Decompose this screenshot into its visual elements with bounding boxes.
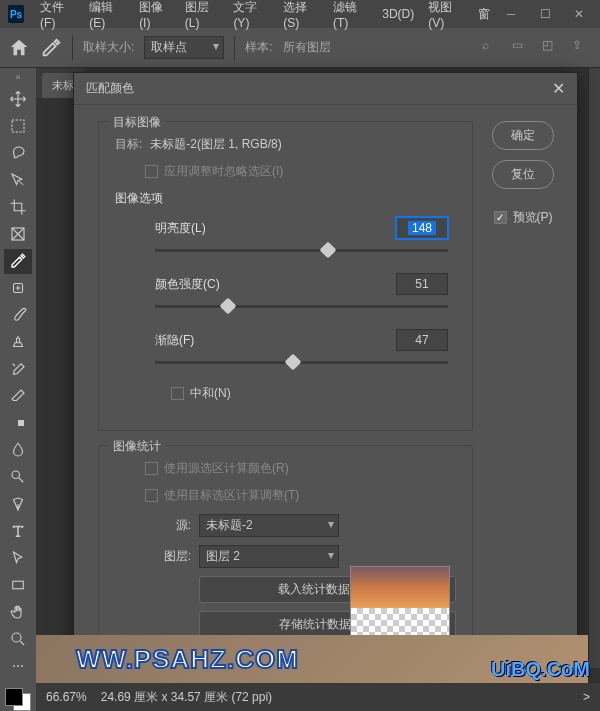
zoom-level[interactable]: 66.67% — [46, 690, 87, 704]
menu-select[interactable]: 选择(S) — [277, 0, 325, 30]
options-bar: 取样大小: 取样点 样本: 所有图层 ⌕ ▭ ◰ ⇪ — [0, 28, 600, 68]
separator — [234, 36, 235, 60]
ps-logo: Ps — [8, 5, 24, 23]
expand-tools-icon[interactable]: » — [15, 72, 20, 82]
move-tool-icon[interactable] — [4, 87, 32, 112]
window-minimize-icon[interactable]: ─ — [498, 4, 524, 24]
status-bar: 66.67% 24.69 厘米 x 34.57 厘米 (72 ppi) > — [36, 683, 600, 711]
luminance-label: 明亮度(L) — [155, 220, 206, 237]
luminance-slider[interactable] — [155, 243, 448, 259]
svg-point-7 — [12, 633, 21, 642]
workspace-icon[interactable]: ▭ — [512, 38, 532, 58]
use-source-selection-checkbox — [145, 462, 158, 475]
zoom-tool-icon[interactable] — [4, 627, 32, 652]
menu-more[interactable]: 窗 — [472, 6, 496, 23]
tools-panel: » ⋯ — [0, 68, 36, 711]
sample-label: 样本: — [245, 39, 272, 56]
uibq-watermark: UiBQ.CoM — [491, 658, 590, 681]
brush-tool-icon[interactable] — [4, 303, 32, 328]
eyedropper-tool-icon[interactable] — [40, 37, 62, 59]
use-source-selection-label: 使用源选区计算颜色(R) — [164, 460, 289, 477]
neutralize-checkbox[interactable] — [171, 387, 184, 400]
healing-brush-tool-icon[interactable] — [4, 276, 32, 301]
svg-rect-4 — [12, 420, 18, 426]
ignore-selection-label: 应用调整时忽略选区(I) — [164, 163, 283, 180]
sample-value: 所有图层 — [283, 39, 331, 56]
menu-type[interactable]: 文字(Y) — [227, 0, 275, 30]
rectangle-tool-icon[interactable] — [4, 573, 32, 598]
dialog-title: 匹配颜色 — [86, 80, 134, 97]
reset-button[interactable]: 复位 — [492, 160, 554, 189]
lasso-tool-icon[interactable] — [4, 141, 32, 166]
intensity-input[interactable]: 51 — [396, 273, 448, 295]
path-select-tool-icon[interactable] — [4, 546, 32, 571]
document-dimensions: 24.69 厘米 x 34.57 厘米 (72 ppi) — [101, 689, 272, 706]
menu-3d[interactable]: 3D(D) — [376, 7, 420, 21]
collapsed-right-panel[interactable] — [588, 68, 600, 668]
eyedropper-tool-icon[interactable] — [4, 249, 32, 274]
dodge-tool-icon[interactable] — [4, 465, 32, 490]
target-image-group: 目标图像 目标: 未标题-2(图层 1, RGB/8) 应用调整时忽略选区(I)… — [98, 121, 473, 431]
use-target-selection-label: 使用目标选区计算调整(T) — [164, 487, 299, 504]
history-brush-tool-icon[interactable] — [4, 357, 32, 382]
window-close-icon[interactable]: ✕ — [566, 4, 592, 24]
status-caret-icon[interactable]: > — [583, 690, 590, 704]
quick-select-tool-icon[interactable] — [4, 168, 32, 193]
gradient-tool-icon[interactable] — [4, 411, 32, 436]
ignore-selection-checkbox — [145, 165, 158, 178]
pen-tool-icon[interactable] — [4, 492, 32, 517]
preview-label: 预览(P) — [513, 209, 553, 226]
neutralize-label: 中和(N) — [190, 385, 231, 402]
menu-image[interactable]: 图像(I) — [133, 0, 177, 30]
match-color-dialog: 匹配颜色 ✕ 目标图像 目标: 未标题-2(图层 1, RGB/8) 应用调整时… — [73, 72, 578, 700]
menu-view[interactable]: 视图(V) — [422, 0, 470, 30]
close-icon[interactable]: ✕ — [552, 79, 565, 98]
use-target-selection-checkbox — [145, 489, 158, 502]
menu-file[interactable]: 文件(F) — [34, 0, 81, 30]
more-tools-icon[interactable]: ⋯ — [4, 654, 32, 679]
luminance-input[interactable]: 148 — [396, 217, 448, 239]
hand-tool-icon[interactable] — [4, 600, 32, 625]
fade-slider[interactable] — [155, 355, 448, 371]
share-icon[interactable]: ⇪ — [572, 38, 592, 58]
frame-tool-icon[interactable] — [4, 222, 32, 247]
intensity-slider[interactable] — [155, 299, 448, 315]
window-maximize-icon[interactable]: ☐ — [532, 4, 558, 24]
svg-point-5 — [12, 471, 20, 479]
sample-size-dropdown[interactable]: 取样点 — [144, 36, 224, 59]
type-tool-icon[interactable] — [4, 519, 32, 544]
ok-button[interactable]: 确定 — [492, 121, 554, 150]
image-options-legend: 图像选项 — [115, 190, 456, 207]
crop-tool-icon[interactable] — [4, 195, 32, 220]
target-label: 目标: — [115, 136, 142, 153]
menu-layer[interactable]: 图层(L) — [179, 0, 226, 30]
layer-dropdown[interactable]: 图层 2 — [199, 545, 339, 568]
blur-tool-icon[interactable] — [4, 438, 32, 463]
watermark-text: WW.PSAHZ.COM — [76, 644, 299, 675]
target-image-legend: 目标图像 — [109, 114, 165, 131]
target-value: 未标题-2(图层 1, RGB/8) — [150, 136, 281, 153]
menu-filter[interactable]: 滤镜(T) — [327, 0, 374, 30]
preview-checkbox[interactable] — [494, 211, 507, 224]
source-label: 源: — [151, 517, 191, 534]
svg-rect-6 — [13, 581, 24, 589]
separator — [72, 36, 73, 60]
clone-stamp-tool-icon[interactable] — [4, 330, 32, 355]
eraser-tool-icon[interactable] — [4, 384, 32, 409]
image-stats-legend: 图像统计 — [109, 438, 165, 455]
color-swatch[interactable] — [5, 688, 31, 711]
source-dropdown[interactable]: 未标题-2 — [199, 514, 339, 537]
menu-edit[interactable]: 编辑(E) — [83, 0, 131, 30]
home-icon[interactable] — [8, 37, 30, 59]
search-icon[interactable]: ⌕ — [482, 38, 502, 58]
marquee-tool-icon[interactable] — [4, 114, 32, 139]
layer-label: 图层: — [151, 548, 191, 565]
svg-rect-0 — [12, 120, 24, 132]
sample-size-label: 取样大小: — [83, 39, 134, 56]
fade-input[interactable]: 47 — [396, 329, 448, 351]
frame-icon[interactable]: ◰ — [542, 38, 562, 58]
intensity-label: 颜色强度(C) — [155, 276, 220, 293]
fade-label: 渐隐(F) — [155, 332, 194, 349]
menu-bar: Ps 文件(F) 编辑(E) 图像(I) 图层(L) 文字(Y) 选择(S) 滤… — [0, 0, 600, 28]
